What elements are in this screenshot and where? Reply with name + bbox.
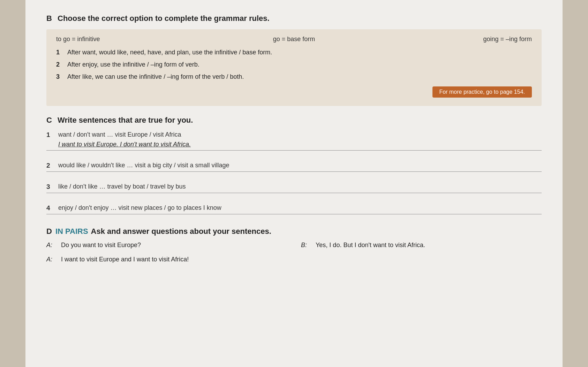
- section-c-title: Write sentences that are true for you.: [58, 116, 193, 124]
- answer-line-4: [46, 214, 542, 214]
- prompt-1-num: 1: [46, 131, 54, 139]
- dialog-grid: A: Do you want to visit Europe? B: Yes, …: [46, 242, 542, 267]
- section-b-title: Choose the correct option to complete th…: [58, 14, 270, 23]
- section-c-letter: C: [46, 116, 52, 124]
- grammar-col3: going = –ing form: [373, 36, 532, 43]
- grammar-col1: to go = infinitive: [56, 36, 215, 43]
- prompt-1: 1 want / don't want … visit Europe / vis…: [46, 131, 542, 139]
- grammar-col2: go = base form: [215, 36, 374, 43]
- in-pairs-tag: IN PAIRS: [55, 227, 88, 236]
- practice-btn-container: For more practice, go to page 154.: [56, 86, 532, 98]
- exercise-item-1: 1 want / don't want … visit Europe / vis…: [46, 131, 542, 151]
- dialog-3-text: I want to visit Europe and I want to vis…: [61, 256, 189, 263]
- grammar-rule-2: 2 After enjoy, use the infinitive / –ing…: [56, 60, 532, 69]
- prompt-3-text: like / don't like … travel by boat / tra…: [58, 183, 186, 190]
- dialog-2-speaker: B:: [301, 242, 311, 249]
- grammar-box: to go = infinitive go = base form going …: [46, 29, 542, 106]
- prompt-1-text: want / don't want … visit Europe / visit…: [58, 131, 181, 138]
- prompt-3-num: 3: [46, 183, 54, 191]
- rule-1-text: After want, would like, need, have, and …: [67, 48, 272, 57]
- rule-2-text: After enjoy, use the infinitive / –ing f…: [67, 60, 199, 69]
- prompt-3: 3 like / don't like … travel by boat / t…: [46, 183, 542, 191]
- exercise-item-3: 3 like / don't like … travel by boat / t…: [46, 183, 542, 193]
- dialog-line-2: B: Yes, I do. But I don't want to visit …: [301, 242, 542, 249]
- grammar-header: to go = infinitive go = base form going …: [56, 36, 532, 43]
- rule-3-num: 3: [56, 72, 64, 82]
- dialog-1-speaker: A:: [46, 242, 57, 249]
- prompt-2: 2 would like / wouldn't like … visit a b…: [46, 162, 542, 169]
- section-b-header: B Choose the correct option to complete …: [46, 14, 542, 23]
- answer-line-1: [46, 150, 542, 151]
- grammar-rule-1: 1 After want, would like, need, have, an…: [56, 48, 532, 57]
- dialog-2-text: Yes, I do. But I don't want to visit Afr…: [316, 242, 425, 249]
- dialog-3-speaker: A:: [46, 256, 57, 263]
- dialog-line-1: A: Do you want to visit Europe?: [46, 242, 287, 249]
- rule-3-text: After like, we can use the infinitive / …: [67, 72, 244, 82]
- section-c-header: C Write sentences that are true for you.: [46, 116, 542, 125]
- page: B Choose the correct option to complete …: [25, 0, 563, 367]
- answer-line-2: [46, 171, 542, 172]
- prompt-4-num: 4: [46, 204, 54, 212]
- grammar-rule-3: 3 After like, we can use the infinitive …: [56, 72, 532, 82]
- section-d-title-text: Ask and answer questions about your sent…: [91, 227, 271, 236]
- answer-1: I want to visit Europe. I don't want to …: [46, 141, 542, 148]
- dialog-line-3: A: I want to visit Europe and I want to …: [46, 256, 287, 263]
- answer-line-3: [46, 193, 542, 193]
- dialog-1-text: Do you want to visit Europe?: [61, 242, 141, 249]
- practice-btn[interactable]: For more practice, go to page 154.: [432, 86, 532, 98]
- grammar-rules: 1 After want, would like, need, have, an…: [56, 48, 532, 82]
- prompt-4: 4 enjoy / don't enjoy … visit new places…: [46, 204, 542, 212]
- prompt-4-text: enjoy / don't enjoy … visit new places /…: [58, 204, 221, 212]
- prompt-2-text: would like / wouldn't like … visit a big…: [58, 162, 229, 169]
- rule-2-num: 2: [56, 60, 64, 69]
- prompt-2-num: 2: [46, 162, 54, 169]
- section-d-letter: D: [46, 227, 52, 236]
- section-b-letter: B: [46, 14, 52, 23]
- exercise-item-2: 2 would like / wouldn't like … visit a b…: [46, 162, 542, 172]
- rule-1-num: 1: [56, 48, 64, 57]
- section-d-header: DIN PAIRSAsk and answer questions about …: [46, 227, 542, 236]
- exercise-item-4: 4 enjoy / don't enjoy … visit new places…: [46, 204, 542, 214]
